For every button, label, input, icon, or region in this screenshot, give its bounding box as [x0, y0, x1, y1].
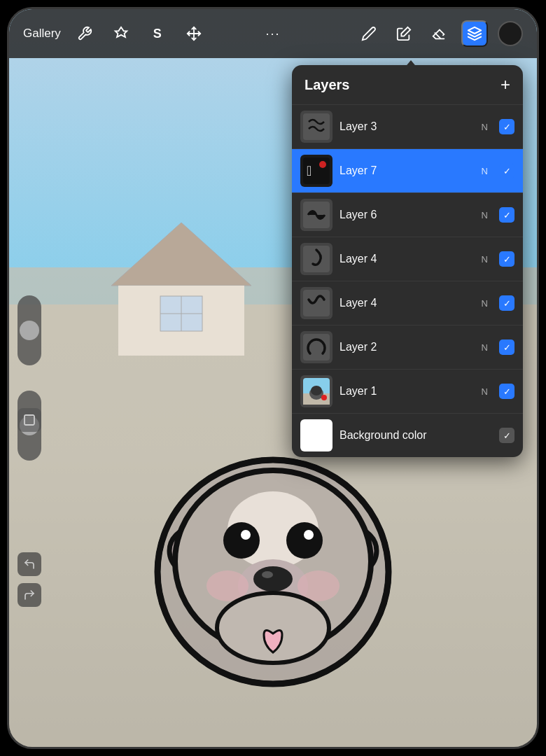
background-color-row[interactable]: Background color ✓: [292, 414, 523, 457]
svg-point-18: [262, 571, 273, 578]
layer-row[interactable]: Layer 3 N ✓: [292, 105, 523, 149]
square-tool-button[interactable]: [18, 408, 41, 432]
svg-rect-38: [24, 415, 34, 425]
layer-4a-name: Layer 4: [340, 253, 475, 265]
svg-point-28: [319, 161, 326, 168]
background-color-swatch: [300, 419, 332, 451]
toolbar-center: ···: [260, 21, 286, 46]
layer-row[interactable]: Layer 4 N ✓: [292, 237, 523, 281]
toolbar: Gallery S ···: [9, 9, 537, 58]
layer-4a-mode: N: [482, 254, 488, 265]
layer-4a-thumbnail: [300, 243, 332, 275]
layer-4b-checkbox[interactable]: ✓: [499, 295, 514, 311]
layers-panel-button[interactable]: [461, 20, 488, 47]
svg-rect-31: [303, 290, 330, 316]
check-icon: ✓: [503, 342, 511, 353]
eraser-icon: [431, 26, 447, 41]
svg-point-37: [321, 395, 327, 400]
wrench-button[interactable]: [72, 21, 97, 46]
layer-2-thumbnail: [300, 331, 332, 363]
check-icon: ✓: [503, 210, 511, 220]
layer-3-mode: N: [482, 122, 488, 132]
pencil-icon: [361, 26, 377, 41]
svg-text:𓂀: 𓂀: [307, 163, 312, 178]
layer-3-checkbox[interactable]: ✓: [499, 119, 514, 134]
layer-6-thumbnail: [300, 199, 332, 231]
redo-icon: [23, 589, 36, 601]
layer-row[interactable]: Layer 4 N ✓: [292, 281, 523, 326]
pencil-tool-button[interactable]: [356, 21, 382, 46]
panel-arrow: [404, 60, 418, 69]
add-layer-button[interactable]: +: [500, 76, 510, 93]
move-button[interactable]: [181, 21, 206, 46]
undo-icon: [23, 558, 36, 570]
svg-marker-24: [468, 27, 481, 34]
check-icon: ✓: [503, 122, 511, 132]
layer-1-mode: N: [482, 386, 488, 397]
svg-point-17: [253, 566, 293, 592]
svg-point-15: [304, 530, 314, 540]
gallery-button[interactable]: Gallery: [23, 27, 61, 41]
brush-size-slider[interactable]: [18, 295, 41, 365]
color-picker[interactable]: [498, 21, 523, 46]
layers-header: Layers +: [292, 65, 523, 105]
selection-button[interactable]: S: [145, 21, 170, 46]
adjustments-icon: [113, 26, 129, 41]
more-options-button[interactable]: ···: [260, 21, 286, 46]
layer-6-mode: N: [482, 210, 488, 220]
svg-point-12: [223, 522, 260, 559]
layer-4a-checkbox[interactable]: ✓: [499, 251, 514, 267]
layer-3-thumbnail: [300, 111, 332, 143]
check-icon: ✓: [503, 386, 511, 397]
adjustments-button[interactable]: [108, 21, 134, 46]
pen-icon: [396, 26, 412, 41]
layer-1-thumbnail: [300, 375, 332, 407]
layer-6-checkbox[interactable]: ✓: [499, 207, 514, 223]
layers-panel: Layers + Layer 3 N ✓ 𓂀: [292, 65, 523, 457]
layer-4b-thumbnail: [300, 287, 332, 319]
bg-check-icon: ✓: [503, 430, 511, 441]
layer-7-thumbnail: 𓂀: [300, 155, 332, 187]
layer-7-name: Layer 7: [340, 164, 475, 177]
undo-button[interactable]: [18, 552, 41, 576]
layers-panel-title: Layers: [304, 77, 350, 93]
square-icon: [23, 414, 36, 426]
toolbar-right: [356, 20, 523, 47]
layer-1-checkbox[interactable]: ✓: [499, 384, 514, 399]
check-icon: ✓: [503, 166, 511, 176]
layer-row[interactable]: Layer 6 N ✓: [292, 193, 523, 237]
layer-7-mode: N: [482, 166, 488, 176]
background-color-label: Background color: [340, 429, 492, 442]
side-icons: [18, 408, 41, 432]
layer-row[interactable]: Layer 1 N ✓: [292, 370, 523, 414]
layer-row[interactable]: Layer 2 N ✓: [292, 326, 523, 370]
dog-illustration: [119, 411, 427, 719]
layer-2-name: Layer 2: [340, 341, 475, 354]
undo-redo-group: [18, 552, 41, 607]
layers-icon: [467, 26, 482, 41]
layer-row-active[interactable]: 𓂀 Layer 7 N ✓: [292, 149, 523, 193]
svg-marker-0: [111, 223, 251, 286]
selection-icon: S: [153, 27, 162, 41]
layer-1-name: Layer 1: [340, 385, 475, 398]
wrench-icon: [77, 26, 92, 41]
pen-tool-button[interactable]: [391, 21, 416, 46]
svg-point-14: [241, 530, 251, 540]
layer-3-name: Layer 3: [340, 120, 475, 133]
layer-4b-name: Layer 4: [340, 297, 475, 309]
slider-handle: [20, 321, 39, 340]
svg-rect-25: [303, 113, 330, 140]
side-toolbar: [18, 295, 41, 461]
move-icon: [186, 26, 202, 41]
svg-point-13: [286, 522, 323, 559]
toolbar-left: Gallery S: [23, 21, 206, 46]
svg-point-36: [311, 386, 322, 396]
canvas-house: [104, 216, 258, 356]
layer-2-mode: N: [482, 342, 488, 353]
eraser-tool-button[interactable]: [426, 21, 451, 46]
layer-2-checkbox[interactable]: ✓: [499, 340, 514, 355]
layer-4b-mode: N: [482, 298, 488, 309]
redo-button[interactable]: [18, 583, 41, 607]
background-checkbox[interactable]: ✓: [499, 428, 514, 443]
layer-7-checkbox[interactable]: ✓: [499, 163, 514, 178]
